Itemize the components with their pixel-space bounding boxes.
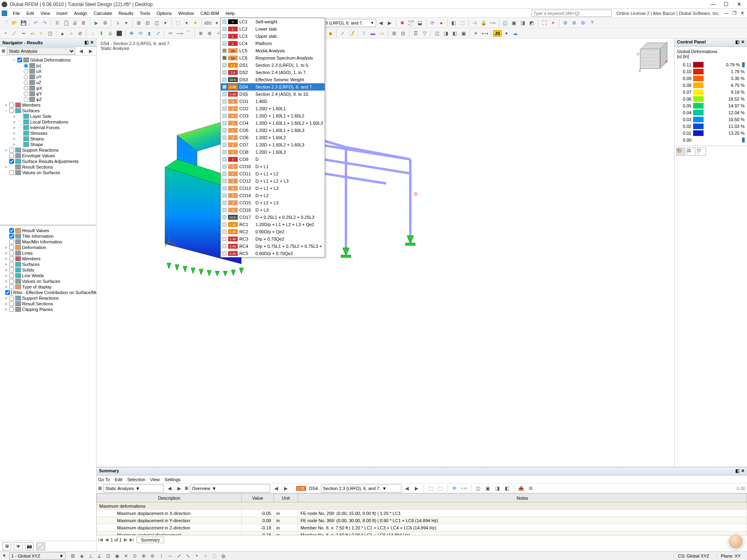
tree-result-sections[interactable]: >Result Sections [1, 164, 95, 170]
print-button[interactable]: 🖨 [71, 19, 79, 27]
nav-tab-views[interactable]: 📷 [25, 542, 34, 550]
lc-next-button[interactable]: ▶ [386, 19, 394, 27]
member-button[interactable]: ━ [19, 29, 27, 37]
sb-btn[interactable]: ⊞ [69, 552, 77, 560]
tree-surface-results-adjustments[interactable]: Surface Results Adjustments [1, 159, 95, 164]
fillet-button[interactable]: ⌒ [184, 29, 192, 37]
new-file-button[interactable]: 📄 [2, 19, 10, 27]
sb-btn[interactable]: ○ [202, 552, 210, 560]
summary-cube2-button[interactable]: ▣ [484, 484, 492, 492]
tree-local-deformations[interactable]: >Local Deformations [1, 119, 95, 125]
js-badge[interactable]: JS [493, 30, 502, 37]
maximize-button[interactable]: ☐ [722, 1, 730, 7]
hinge-button[interactable]: ○ [67, 29, 75, 37]
legend-slider[interactable] [742, 138, 745, 142]
loadcase-row-CO14[interactable]: 2 CO14D + L2 [221, 192, 325, 199]
tree-clipping-planes[interactable]: >Clipping Planes [1, 307, 95, 312]
tree-support-reactions[interactable]: >Support Reactions [1, 295, 95, 301]
navigator-close-button[interactable]: ✕ [90, 40, 94, 45]
solid-button[interactable]: ◳ [46, 29, 54, 37]
tree-result-sections[interactable]: >Result Sections [1, 301, 95, 307]
summary-menu-go-to[interactable]: Go To [98, 477, 110, 482]
loadcase-row-CO12[interactable]: 2 CO12D + L1 + L2 + L3 [221, 177, 325, 185]
summary-menu-settings[interactable]: Settings [165, 477, 181, 482]
xxx-times-button[interactable]: x.xx×⬚ [407, 19, 415, 27]
menu-window[interactable]: Window [175, 10, 197, 16]
sb-btn[interactable]: ∠ [95, 552, 103, 560]
tree-surfaces[interactable]: >Surfaces [1, 261, 95, 267]
page-first-button[interactable]: |◀ [98, 537, 103, 542]
tree-layer-side[interactable]: >Layer Side [1, 113, 95, 119]
loadcase-row-LC5[interactable]: Qe LC5Modal Analysis [221, 47, 325, 54]
paste-button[interactable]: 📋 [62, 19, 70, 27]
sb-btn[interactable]: ✕ [122, 552, 130, 560]
open-file-button[interactable]: 📂 [10, 19, 19, 27]
analysis-prev-button[interactable]: ◀ [77, 47, 85, 55]
avatar[interactable] [728, 533, 744, 550]
copy-button[interactable]: ⎘ [53, 19, 61, 27]
menu-cad-bim[interactable]: CAD-BIM [197, 10, 222, 16]
arrow-dd-button[interactable]: ▾ [122, 19, 130, 27]
loadcase-row-CO13[interactable]: 2 CO13D + L1 + L3 [221, 185, 325, 192]
close-button[interactable]: ✕ [735, 1, 743, 7]
undo-button[interactable]: ↶ [32, 19, 40, 27]
loadcase-row-RC1[interactable]: 2.3E RC11.20D/p + L1 + L2 + L3 + Qe2 [221, 221, 325, 228]
tree-deformation[interactable]: >Deformation [1, 245, 95, 250]
move-button[interactable]: ✥ [128, 29, 136, 37]
loadcase-row-CO11[interactable]: 2 CO11D + L1 + L2 [221, 170, 325, 177]
sb-btn[interactable]: ⊙ [131, 552, 139, 560]
settings2-button[interactable]: ⚙ [570, 19, 578, 27]
axes-toggle-button[interactable]: ✴ [472, 29, 480, 37]
summary-export-button[interactable]: 📤 [517, 484, 525, 492]
tree-line-welds[interactable]: >Line Welds [1, 273, 95, 278]
tree--z[interactable]: φZ [1, 97, 95, 102]
summary-col-description[interactable]: Description [97, 494, 242, 502]
load-line-button[interactable]: ⬇ [97, 29, 105, 37]
loadcase-row-RC4[interactable]: 2.4E RC4D/p + 0.75L1 + 0.75L2 + 0.75L3 +… [221, 243, 325, 250]
sb-btn[interactable]: ◍ [219, 552, 227, 560]
tree-internal-forces[interactable]: >Internal Forces [1, 125, 95, 130]
menu-results[interactable]: Results [115, 10, 137, 16]
cp-pin-button[interactable]: ◧ [735, 39, 739, 45]
tree-members[interactable]: >Members [1, 256, 95, 261]
loadcase-row-CO1[interactable]: 1 CO11.40D [221, 98, 325, 105]
loadcase-row-DS4[interactable]: 2.3E DS4Section 2.3 (LRFD), 6. and 7. [221, 83, 325, 91]
navigator-pin-button[interactable]: ◧ [84, 40, 88, 45]
summary-col-value[interactable]: Value [242, 494, 274, 502]
menu-view[interactable]: View [37, 10, 54, 16]
loadcase-row-CO9[interactable]: 1 CO9D [221, 156, 325, 163]
menu-assign[interactable]: Assign [71, 10, 91, 16]
redo-button[interactable]: ↷ [41, 19, 49, 27]
cube-front-button[interactable]: ▣ [510, 19, 518, 27]
align-button[interactable]: =1 [471, 19, 479, 27]
coord-system-dropdown[interactable]: 1 - Global XYZ ▼ [9, 552, 66, 560]
cp-tab-scale[interactable]: ⚖ [687, 148, 696, 156]
summary-col-notes[interactable]: Notes [298, 494, 747, 502]
tree-support-reactions[interactable]: >Support Reactions [1, 147, 95, 153]
loadcase-row-RC3[interactable]: 2.4E RC3D/p + 0.70Qe2 [221, 235, 325, 243]
tree-global-deformations[interactable]: −Global Deformations [1, 57, 95, 63]
node-button[interactable]: • [2, 29, 10, 37]
iso-view-button[interactable]: ◧ [450, 19, 458, 27]
keyword-search-input[interactable] [531, 10, 612, 17]
sb-btn[interactable]: ⤢ [175, 552, 183, 560]
tree--x[interactable]: φX [1, 85, 95, 91]
lock-button[interactable]: 🔒 [480, 19, 488, 27]
cube4-button[interactable]: ▣ [459, 29, 467, 37]
summary-row[interactable]: Maximum displacement in X-direction-0.05… [97, 510, 747, 517]
loadcase-row-DS1[interactable]: 2.3 DS1Section 2.3 (LRFD), 1. to 5. [221, 62, 325, 69]
summary-col-unit[interactable]: Unit [274, 494, 298, 502]
line-button[interactable]: ／ [10, 29, 19, 37]
tree--y[interactable]: φY [1, 91, 95, 97]
calc-settings-button[interactable]: ⚙ [101, 19, 109, 27]
release-button[interactable]: ⊘ [76, 29, 84, 37]
opening-button[interactable]: ◊ [37, 29, 45, 37]
save-button[interactable]: 💾 [19, 19, 27, 27]
cp-close-button[interactable]: ✕ [741, 39, 745, 45]
tree-result-values[interactable]: Result Values [1, 228, 95, 233]
connect-button[interactable]: ⊕ [206, 29, 214, 37]
tree-shape[interactable]: >Shape [1, 142, 95, 147]
tree-solids[interactable]: >Solids [1, 267, 95, 273]
tree-uy[interactable]: uY [1, 74, 95, 80]
summary-next2-button[interactable]: ▶ [282, 484, 290, 492]
